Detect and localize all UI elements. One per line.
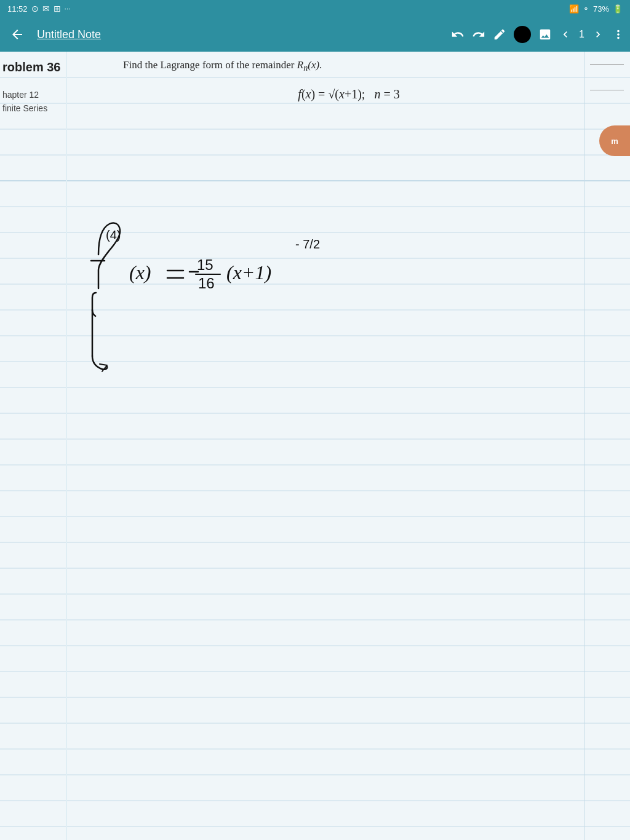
next-page-button[interactable] bbox=[592, 28, 604, 41]
notebook[interactable]: roblem 36 hapter 12 finite Series Find t… bbox=[0, 52, 630, 840]
toolbar: Untitled Note bbox=[0, 17, 630, 52]
battery-icon: 🔋 bbox=[613, 4, 623, 14]
problem-label: roblem 36 bbox=[2, 60, 60, 74]
problem-statement: Find the Lagrange form of the remainder … bbox=[123, 59, 575, 73]
circle-icon: ⊙ bbox=[31, 4, 39, 14]
handwriting-svg: (4) (x) 15 16 (x+1) - 7/2 bbox=[0, 175, 591, 421]
toolbar-actions: 1 bbox=[451, 26, 625, 43]
note-title[interactable]: Untitled Note bbox=[37, 28, 446, 41]
right-marker-2 bbox=[590, 90, 624, 90]
undo-button[interactable] bbox=[451, 28, 465, 41]
prev-page-button[interactable] bbox=[559, 28, 572, 41]
right-marker-1 bbox=[590, 64, 624, 65]
pen-button[interactable] bbox=[493, 28, 506, 41]
signal-icon: 📶 bbox=[569, 4, 579, 14]
back-button[interactable] bbox=[5, 22, 30, 47]
svg-text:(x): (x) bbox=[129, 261, 151, 283]
svg-text:(x+1): (x+1) bbox=[226, 261, 271, 283]
wifi-icon: ⚬ bbox=[583, 4, 589, 14]
svg-text:15: 15 bbox=[197, 256, 213, 273]
battery-text: 73% bbox=[593, 4, 609, 14]
function-line: f(x) = √(x+1); n = 3 bbox=[123, 87, 575, 101]
time-display: 11:52 bbox=[7, 4, 28, 14]
message-icon: ✉ bbox=[42, 4, 50, 14]
avatar-text: m bbox=[611, 137, 618, 146]
finite-series-label: finite Series bbox=[2, 103, 47, 113]
redo-button[interactable] bbox=[472, 28, 485, 41]
image-button[interactable] bbox=[538, 28, 552, 41]
chapter-label: hapter 12 bbox=[2, 90, 39, 100]
svg-text:(4): (4) bbox=[106, 228, 121, 242]
status-left: 11:52 ⊙ ✉ ⊞ ··· bbox=[7, 4, 71, 14]
more-options-button[interactable] bbox=[612, 28, 625, 41]
grid-icon: ⊞ bbox=[54, 4, 61, 14]
svg-text:- 7/2: - 7/2 bbox=[295, 237, 320, 251]
floating-avatar[interactable]: m bbox=[599, 125, 630, 156]
color-picker[interactable] bbox=[514, 26, 531, 43]
page-number: 1 bbox=[579, 29, 584, 40]
dots-icon: ··· bbox=[65, 4, 71, 13]
content-area: roblem 36 hapter 12 finite Series Find t… bbox=[0, 52, 630, 840]
status-right: 📶 ⚬ 73% 🔋 bbox=[569, 4, 623, 14]
svg-text:16: 16 bbox=[198, 275, 215, 291]
status-bar: 11:52 ⊙ ✉ ⊞ ··· 📶 ⚬ 73% 🔋 bbox=[0, 0, 630, 17]
